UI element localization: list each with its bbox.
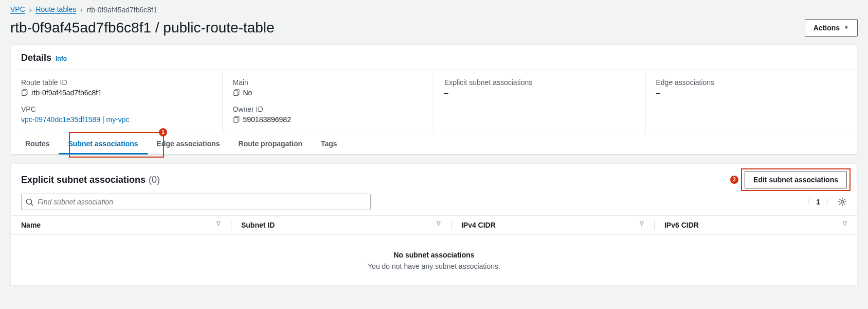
details-header: Details Info — [11, 45, 857, 70]
gear-icon[interactable] — [838, 197, 847, 207]
assoc-table: Name ▽ Subnet ID ▽ IPv4 CIDR ▽ IPv6 CIDR… — [11, 215, 857, 285]
value-main: No — [233, 89, 424, 97]
subnet-associations-panel: Explicit subnet associations (0) 2 Edit … — [10, 163, 858, 286]
col-name[interactable]: Name ▽ — [11, 216, 231, 235]
assoc-count: (0) — [149, 175, 160, 185]
tab-route-propagation[interactable]: Route propagation — [229, 133, 312, 154]
label-explicit-assoc: Explicit subnet associations — [444, 78, 635, 87]
value-vpc: vpc-09740dc1e35df1589 | my-vpc — [21, 115, 212, 124]
kv-explicit-assoc: Explicit subnet associations – — [444, 78, 635, 97]
search-input[interactable] — [37, 197, 366, 207]
value-explicit-assoc: – — [444, 89, 635, 97]
tab-edge-associations[interactable]: Edge associations — [148, 133, 229, 154]
kv-edge-assoc: Edge associations – — [656, 78, 847, 97]
search-input-wrap — [21, 194, 371, 210]
table-head: Name ▽ Subnet ID ▽ IPv4 CIDR ▽ IPv6 CIDR… — [11, 216, 857, 235]
page-header: rtb-0f9af45ad7fb6c8f1 / public-route-tab… — [0, 14, 868, 45]
col-ipv6-cidr-label: IPv6 CIDR — [664, 221, 699, 229]
details-col-2: Main No Owner ID 590183896982 — [223, 70, 435, 133]
empty-subtitle: You do not have any subnet associations. — [11, 262, 857, 270]
table-empty-row: No subnet associations You do not have a… — [11, 235, 857, 286]
kv-owner-id: Owner ID 590183896982 — [233, 105, 424, 124]
page-title: rtb-0f9af45ad7fb6c8f1 / public-route-tab… — [10, 20, 275, 36]
tab-subnet-associations[interactable]: Subnet associations — [59, 133, 147, 154]
kv-vpc: VPC vpc-09740dc1e35df1589 | my-vpc — [21, 105, 212, 124]
details-panel: Details Info Route table ID rtb-0f9af45a… — [10, 45, 858, 155]
tab-routes[interactable]: Routes — [16, 133, 59, 154]
value-route-table-id: rtb-0f9af45ad7fb6c8f1 — [21, 89, 212, 97]
pager: 〈 1 〉 — [804, 197, 847, 207]
breadcrumb-vpc[interactable]: VPC — [10, 5, 25, 14]
sort-icon: ▽ — [640, 221, 644, 226]
col-ipv4-cidr-label: IPv4 CIDR — [461, 221, 496, 229]
annotation-badge-1: 1 — [159, 128, 167, 136]
pager-current: 1 — [816, 198, 820, 206]
breadcrumb-route-tables[interactable]: Route tables — [35, 5, 76, 14]
assoc-header: Explicit subnet associations (0) 2 Edit … — [11, 164, 857, 194]
details-col-1: Route table ID rtb-0f9af45ad7fb6c8f1 VPC… — [11, 70, 223, 133]
copy-icon[interactable] — [233, 116, 240, 123]
label-vpc: VPC — [21, 105, 212, 113]
tabs: Routes Subnet associations Edge associat… — [11, 133, 857, 154]
kv-route-table-id: Route table ID rtb-0f9af45ad7fb6c8f1 — [21, 78, 212, 97]
sort-icon: ▽ — [216, 221, 221, 226]
actions-button[interactable]: Actions ▼ — [805, 19, 858, 37]
owner-id-text: 590183896982 — [243, 115, 291, 124]
details-col-3: Explicit subnet associations – — [434, 70, 646, 133]
col-subnet-id[interactable]: Subnet ID ▽ — [231, 216, 451, 235]
col-ipv4-cidr[interactable]: IPv4 CIDR ▽ — [451, 216, 654, 235]
chevron-right-icon: › — [80, 6, 83, 14]
main-text: No — [243, 89, 252, 97]
search-icon — [26, 198, 33, 206]
col-name-label: Name — [21, 221, 41, 229]
label-edge-assoc: Edge associations — [656, 78, 847, 87]
kv-main: Main No — [233, 78, 424, 97]
empty-state: No subnet associations You do not have a… — [11, 235, 857, 285]
table-empty-cell: No subnet associations You do not have a… — [11, 235, 857, 286]
caret-down-icon: ▼ — [844, 23, 849, 33]
chevron-right-icon: › — [29, 6, 32, 14]
label-main: Main — [233, 78, 424, 87]
col-ipv6-cidr[interactable]: IPv6 CIDR ▽ — [654, 216, 857, 235]
annotation-badge-2: 2 — [730, 176, 738, 184]
assoc-actions: 2 Edit subnet associations — [730, 171, 847, 188]
col-subnet-id-label: Subnet ID — [241, 221, 275, 229]
pager-prev[interactable]: 〈 — [804, 197, 811, 207]
label-route-table-id: Route table ID — [21, 78, 212, 87]
details-col-4: Edge associations – — [646, 70, 858, 133]
details-title: Details — [21, 53, 51, 63]
label-owner-id: Owner ID — [233, 105, 424, 113]
breadcrumb: VPC › Route tables › rtb-0f9af45ad7fb6c8… — [0, 0, 868, 14]
value-owner-id: 590183896982 — [233, 115, 424, 124]
sort-icon: ▽ — [843, 221, 847, 226]
sort-icon: ▽ — [437, 221, 441, 226]
tab-tags[interactable]: Tags — [312, 133, 347, 154]
info-link[interactable]: Info — [56, 55, 67, 62]
edit-button-wrap: Edit subnet associations — [745, 171, 847, 188]
copy-icon[interactable] — [233, 89, 240, 96]
actions-button-label: Actions — [813, 23, 840, 33]
table-body: No subnet associations You do not have a… — [11, 235, 857, 286]
edit-subnet-associations-button[interactable]: Edit subnet associations — [745, 171, 847, 188]
pager-next[interactable]: 〉 — [825, 197, 833, 207]
details-grid: Route table ID rtb-0f9af45ad7fb6c8f1 VPC… — [11, 70, 857, 133]
value-edge-assoc: – — [656, 89, 847, 97]
assoc-title: Explicit subnet associations (0) — [21, 175, 160, 185]
assoc-title-text: Explicit subnet associations — [21, 175, 146, 185]
copy-icon[interactable] — [21, 89, 28, 96]
route-table-id-text: rtb-0f9af45ad7fb6c8f1 — [31, 89, 102, 97]
vpc-link[interactable]: vpc-09740dc1e35df1589 | my-vpc — [21, 115, 130, 124]
empty-title: No subnet associations — [11, 251, 857, 259]
breadcrumb-current: rtb-0f9af45ad7fb6c8f1 — [87, 6, 157, 14]
assoc-toolbar: 〈 1 〉 — [11, 194, 857, 215]
table-header-row: Name ▽ Subnet ID ▽ IPv4 CIDR ▽ IPv6 CIDR… — [11, 216, 857, 235]
